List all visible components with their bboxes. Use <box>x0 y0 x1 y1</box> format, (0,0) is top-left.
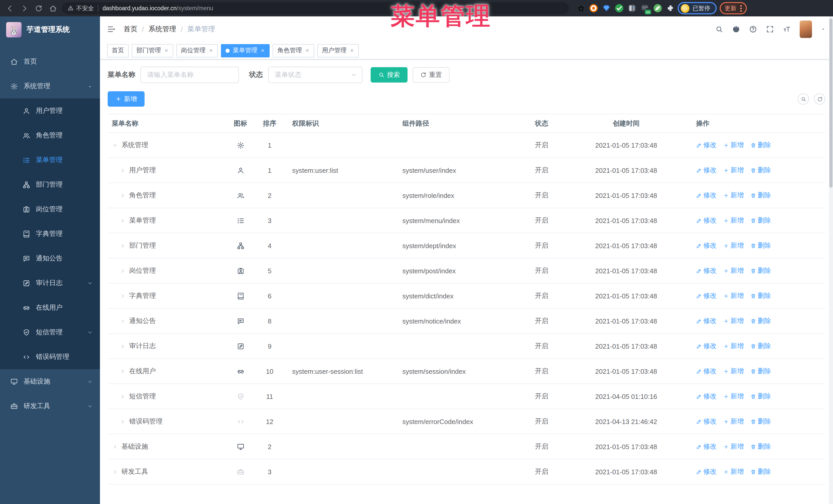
collapse-sidebar-icon[interactable] <box>107 25 115 33</box>
sidebar-item-短信管理[interactable]: 短信管理 <box>0 320 100 344</box>
sidebar-item-研发工具[interactable]: 研发工具 <box>0 394 100 418</box>
row-action-删除[interactable]: 删除 <box>751 291 771 301</box>
row-action-删除[interactable]: 删除 <box>751 266 771 275</box>
avatar-dropdown-icon[interactable] <box>821 27 826 32</box>
row-action-修改[interactable]: 修改 <box>696 191 717 200</box>
row-action-新增[interactable]: 新增 <box>723 141 744 150</box>
fullscreen-icon[interactable] <box>766 25 774 33</box>
row-action-新增[interactable]: 新增 <box>723 241 744 250</box>
forward-icon[interactable] <box>19 3 30 14</box>
row-expand-icon[interactable] <box>119 293 125 299</box>
row-expand-icon[interactable] <box>119 368 125 374</box>
row-action-修改[interactable]: 修改 <box>696 417 717 426</box>
close-tab-icon[interactable] <box>350 48 354 53</box>
ext-puzzle-icon[interactable] <box>666 4 674 12</box>
bookmark-star-icon[interactable] <box>577 4 585 12</box>
row-action-删除[interactable]: 删除 <box>751 216 771 225</box>
row-action-修改[interactable]: 修改 <box>696 166 717 175</box>
row-expand-icon[interactable] <box>119 243 125 248</box>
tag-tab-首页[interactable]: 首页 <box>107 44 129 57</box>
sidebar-item-在线用户[interactable]: 在线用户 <box>0 295 100 320</box>
row-action-修改[interactable]: 修改 <box>696 241 717 250</box>
close-tab-icon[interactable] <box>209 48 213 53</box>
sidebar-item-菜单管理[interactable]: 菜单管理 <box>0 148 100 172</box>
tag-tab-角色管理[interactable]: 角色管理 <box>273 44 314 57</box>
row-action-新增[interactable]: 新增 <box>723 316 744 326</box>
close-tab-icon[interactable] <box>164 48 169 53</box>
row-action-修改[interactable]: 修改 <box>696 291 717 301</box>
status-select[interactable]: 菜单状态 <box>268 67 362 83</box>
row-action-删除[interactable]: 删除 <box>751 341 771 351</box>
sidebar-item-角色管理[interactable]: 角色管理 <box>0 123 100 148</box>
row-action-新增[interactable]: 新增 <box>723 166 744 175</box>
row-action-新增[interactable]: 新增 <box>723 367 744 376</box>
breadcrumb-item[interactable]: 系统管理 <box>149 25 176 34</box>
tag-tab-岗位管理[interactable]: 岗位管理 <box>176 44 218 57</box>
row-action-新增[interactable]: 新增 <box>723 291 744 301</box>
tag-tab-用户管理[interactable]: 用户管理 <box>317 44 359 57</box>
row-collapse-icon[interactable] <box>112 142 118 148</box>
url-bar[interactable]: 不安全 dashboard.yudao.iocoder.cn/system/me… <box>62 2 569 14</box>
row-expand-icon[interactable] <box>119 218 125 223</box>
add-button[interactable]: 新增 <box>108 91 145 106</box>
ext-green-icon[interactable] <box>653 4 662 12</box>
ext-orange-icon[interactable] <box>590 4 598 12</box>
question-icon[interactable] <box>749 25 757 33</box>
row-action-新增[interactable]: 新增 <box>723 442 744 451</box>
sidebar-item-通知公告[interactable]: 通知公告 <box>0 246 100 271</box>
reload-icon[interactable] <box>33 3 44 14</box>
row-action-删除[interactable]: 删除 <box>751 392 771 401</box>
breadcrumb-item[interactable]: 首页 <box>123 25 137 34</box>
row-action-新增[interactable]: 新增 <box>723 341 744 351</box>
profile-paused-chip[interactable]: 😃 已暂停 <box>678 2 716 14</box>
sidebar-item-岗位管理[interactable]: 岗位管理 <box>0 197 100 221</box>
row-expand-icon[interactable] <box>112 444 118 449</box>
sidebar-item-错误码管理[interactable]: 错误码管理 <box>0 344 100 369</box>
row-action-修改[interactable]: 修改 <box>696 216 717 225</box>
sidebar-item-字典管理[interactable]: 字典管理 <box>0 221 100 246</box>
user-avatar[interactable] <box>800 21 812 38</box>
fontsize-icon[interactable] <box>783 25 791 33</box>
row-action-新增[interactable]: 新增 <box>723 191 744 200</box>
row-expand-icon[interactable] <box>119 193 125 198</box>
row-action-新增[interactable]: 新增 <box>723 266 744 275</box>
row-action-删除[interactable]: 删除 <box>751 166 771 175</box>
menu-name-input[interactable]: 请输入菜单名称 <box>140 67 239 83</box>
search-icon[interactable] <box>715 25 723 33</box>
sidebar-item-用户管理[interactable]: 用户管理 <box>0 98 100 123</box>
chrome-menu-icon[interactable] <box>740 5 741 11</box>
tag-tab-菜单管理[interactable]: 菜单管理 <box>221 44 270 57</box>
sidebar-item-部门管理[interactable]: 部门管理 <box>0 172 100 197</box>
row-action-删除[interactable]: 删除 <box>751 467 771 476</box>
row-action-删除[interactable]: 删除 <box>751 367 771 376</box>
refresh-table-icon[interactable] <box>814 93 825 104</box>
row-action-修改[interactable]: 修改 <box>696 467 717 476</box>
row-action-修改[interactable]: 修改 <box>696 442 717 451</box>
row-expand-icon[interactable] <box>112 469 118 475</box>
reset-button[interactable]: 重置 <box>413 67 450 82</box>
row-action-修改[interactable]: 修改 <box>696 367 717 376</box>
row-expand-icon[interactable] <box>119 418 125 424</box>
row-action-修改[interactable]: 修改 <box>696 316 717 326</box>
row-expand-icon[interactable] <box>119 343 125 349</box>
row-expand-icon[interactable] <box>119 318 125 324</box>
app-logo[interactable]: 🐰 芋道管理系统 <box>0 17 100 43</box>
update-button[interactable]: 更新 <box>719 2 747 14</box>
sidebar-item-基础设施[interactable]: 基础设施 <box>0 369 100 394</box>
row-expand-icon[interactable] <box>119 268 125 273</box>
row-action-删除[interactable]: 删除 <box>751 417 771 426</box>
ext-dark-on-icon[interactable]: on <box>641 4 649 12</box>
ext-green-check-icon[interactable] <box>615 4 623 12</box>
row-action-新增[interactable]: 新增 <box>723 467 744 476</box>
row-action-修改[interactable]: 修改 <box>696 341 717 351</box>
tag-tab-部门管理[interactable]: 部门管理 <box>132 44 173 57</box>
back-icon[interactable] <box>4 3 15 14</box>
search-button[interactable]: 搜索 <box>371 67 407 82</box>
close-tab-icon[interactable] <box>305 48 310 53</box>
github-icon[interactable] <box>732 25 740 33</box>
close-tab-icon[interactable] <box>260 48 265 53</box>
row-action-修改[interactable]: 修改 <box>696 392 717 401</box>
sidebar-item-首页[interactable]: 首页 <box>0 49 100 74</box>
row-action-新增[interactable]: 新增 <box>723 216 744 225</box>
page-scrollbar[interactable] <box>829 17 833 504</box>
